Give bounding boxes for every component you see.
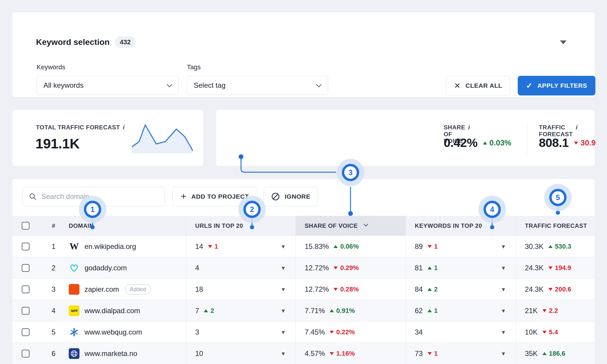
close-icon: ✕ [454,82,461,90]
ignore-button[interactable]: IGNORE [264,187,318,206]
trend-arrow-icon [548,288,553,291]
traffic-forecast-cell: 35K 186.6 [516,343,595,364]
keywords-cell: 84 2 ▾ [406,279,516,300]
trend-arrow-icon [548,245,553,248]
trend-arrow-icon [483,142,487,145]
total-traffic-forecast-card: TOTAL TRAFFIC FORECAST i 191.1K [12,109,204,167]
webqug-favicon [69,327,79,338]
trend-arrow-icon [542,331,547,334]
trend-arrow-icon [542,309,547,312]
apply-filters-button[interactable]: ✓ APPLY FILTERS [518,76,595,95]
metric-value: 808.1 [539,136,569,150]
row-checkbox[interactable] [22,328,29,336]
keyword-selection-card: Keyword selection 432 Keywords Tags All … [12,12,595,98]
expand-caret-icon[interactable]: ▾ [281,307,285,314]
keywords-select-value: All keywords [43,81,84,90]
zapier-favicon [69,284,79,295]
header-traffic-forecast[interactable]: TRAFFIC FORECAST [516,216,595,236]
expand-caret-icon[interactable]: ▾ [281,243,285,250]
ignore-icon [271,192,280,201]
expand-caret-icon[interactable]: ▾ [281,329,285,336]
urls-cell: 14 1 ▾ [186,236,295,257]
info-icon[interactable]: i [576,124,578,131]
search-domain-box [23,187,165,206]
row-checkbox[interactable] [22,307,29,315]
domain-name: en.wikipedia.org [85,242,136,251]
competitors-table-card: + ADD TO PROJECT IGNORE # DOMAIN URLS IN… [12,178,595,364]
urls-cell: 18 ▾ [186,279,295,300]
sort-chevron-down-icon [364,222,368,226]
row-checkbox[interactable] [22,243,29,250]
chevron-down-icon [167,82,172,87]
table-row: 4 spirit www.dialpad.com 7 2 ▾ 7.71% 0.9… [12,300,595,321]
chevron-down-icon [316,82,321,87]
select-all-checkbox[interactable] [22,222,29,230]
expand-caret-icon[interactable]: ▾ [502,307,505,314]
row-checkbox[interactable] [22,264,29,272]
trend-arrow-icon [334,245,338,248]
trend-arrow-icon [330,331,334,334]
header-keywords-in-top-20[interactable]: KEYWORDS IN TOP 20 [406,216,516,236]
traffic-forecast-cell: 24.3K 200.6 [516,279,595,300]
expand-caret-icon[interactable]: ▾ [281,350,285,357]
trend-arrow-icon [330,309,334,312]
check-icon: ✓ [526,82,533,90]
rank: 4 [49,307,59,315]
info-icon[interactable]: i [123,124,125,131]
keyword-count-badge: 432 [115,37,135,48]
header-urls-in-top-20[interactable]: URLS IN TOP 20 [186,216,295,236]
expand-caret-icon[interactable]: ▾ [502,329,505,336]
keywords-cell: 34 ▾ [406,321,516,343]
share-of-voice-cell: 12.72% 0.28% [295,279,406,300]
metric-value: 0.42% [444,136,478,150]
trend-arrow-icon [428,245,432,248]
collapse-chevron-icon[interactable] [560,40,567,44]
trend-arrow-icon [574,142,578,145]
total-traffic-label: TOTAL TRAFFIC FORECAST [36,124,120,131]
domain-name: zapier.com [85,285,119,294]
add-to-project-button[interactable]: + ADD TO PROJECT [172,187,257,206]
keyword-discovery-page: Keyword selection 432 Keywords Tags All … [0,0,607,364]
clear-all-label: CLEAR ALL [465,82,502,89]
row-checkbox[interactable] [22,285,29,293]
table-row: 3 zapier.com Added 18 ▾ 12.72% 0.28% [12,278,595,300]
domain-cell: 4 spirit www.dialpad.com [12,300,186,321]
clear-all-button[interactable]: ✕ CLEAR ALL [446,76,510,95]
expand-caret-icon[interactable]: ▾ [281,264,285,272]
total-traffic-value: 191.1K [35,135,80,152]
table-row: 1 W en.wikipedia.org 14 1 ▾ 15.83% 0.06% [12,236,595,257]
share-of-voice-cell: 15.83% 0.06% [295,236,406,257]
domain-name: godaddy.com [85,264,127,272]
domain-cell: 3 zapier.com Added [12,279,186,300]
table-row: 5 www.webqug.com 3 ▾ 7.45% 0.22% [12,321,595,343]
expand-caret-icon[interactable]: ▾ [502,264,505,272]
traffic-forecast-cell: 24.3K 194.9 [516,257,595,278]
info-icon[interactable]: i [468,124,470,131]
keywords-select[interactable]: All keywords [37,76,179,95]
domain-cell: 5 www.webqug.com [12,321,186,343]
share-of-voice-cell: 7.71% 0.91% [295,300,406,321]
table-row: 6 www.marketa.no 10 ▾ 4.57% 1.16% [12,343,595,364]
trend-arrow-icon [548,266,553,269]
trend-arrow-icon [204,309,208,312]
expand-caret-icon[interactable]: ▾ [502,286,505,293]
traffic-forecast-cell: 30.3K 530.3 [516,236,595,257]
rank: 5 [49,328,59,336]
search-domain-input[interactable] [41,192,159,201]
expand-caret-icon[interactable]: ▾ [502,350,505,357]
header-domain[interactable]: # DOMAIN [12,216,186,236]
tags-select[interactable]: Select tag [187,76,328,95]
trend-arrow-icon [428,266,432,269]
rank: 1 [49,242,59,251]
metric-change: 30.9 [581,138,596,148]
plus-icon: + [181,192,187,201]
add-to-project-label: ADD TO PROJECT [191,193,249,200]
expand-caret-icon[interactable]: ▾ [502,243,505,250]
marketa-favicon [69,348,79,359]
domain-name: www.dialpad.com [85,307,140,315]
traffic-sparkline-chart [132,120,193,153]
row-checkbox[interactable] [22,350,29,357]
header-share-of-voice[interactable]: SHARE OF VOICE [295,216,406,236]
keywords-label: Keywords [37,63,65,71]
expand-caret-icon[interactable]: ▾ [281,286,285,293]
